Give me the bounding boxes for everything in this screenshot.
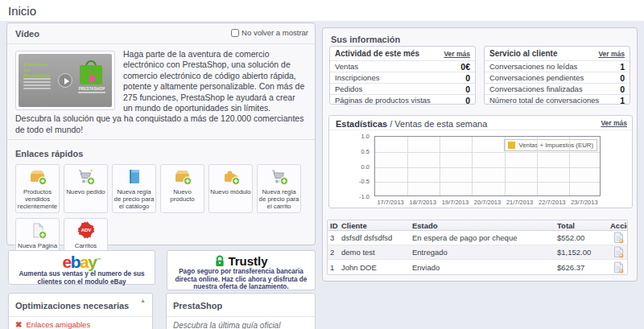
stat-row: Páginas de productos vistas0 <box>330 94 475 105</box>
cross-icon: ✖ <box>15 320 22 329</box>
order-action-cell <box>608 246 627 258</box>
lock-icon <box>214 255 225 267</box>
quick-link-2[interactable]: Nueva regla de precio para el catálogo <box>112 164 156 213</box>
legend-label: Ventas + Impuestos (EUR) <box>518 142 593 149</box>
quick-link-0[interactable]: Productos vendidos recientemente <box>15 164 60 213</box>
orders-table-body: 3dsfsdf dsfsdfsdEn espera de pago por ch… <box>328 231 627 274</box>
quick-link-label: Nuevo producto <box>161 188 204 203</box>
trustly-logo: Trustly <box>167 253 315 268</box>
order-customer: dsfsdf dsfsdfsd <box>339 233 410 242</box>
quick-link-3[interactable]: Nuevo producto <box>160 164 204 213</box>
video-thumb-brand: PRESTASHOP <box>78 87 105 91</box>
statistics-see-more-link[interactable]: Ver más <box>601 119 627 127</box>
optimization-label: Enlaces amigables <box>26 320 90 329</box>
customer-service-rows: Conversaciones no leídas1Conversaciones … <box>485 60 630 105</box>
video-thumb-caption-lines <box>23 78 51 91</box>
x-tick-label: 18/7/2013 <box>410 199 436 206</box>
page-title: Inicio <box>8 4 36 18</box>
orders-col-header: Cliente <box>339 221 410 230</box>
orders-col-header: Estado <box>410 221 555 230</box>
customer-service-see-more-link[interactable]: Ver más <box>598 50 625 58</box>
order-action-cell <box>608 232 627 244</box>
ebay-promo[interactable]: ebay™ Aumenta sus ventas y el numero de … <box>8 250 155 285</box>
order-id: 3 <box>328 233 339 242</box>
chart-x-axis-labels: 17/7/201318/7/201319/7/201320/7/201321/7… <box>374 199 601 207</box>
stat-value: 1 <box>620 96 625 105</box>
sales-chart-plot: Ventas + Impuestos (EUR) <box>374 136 601 196</box>
view-details-icon[interactable] <box>613 232 624 244</box>
quick-link-label: Nuevo módulo <box>209 188 252 195</box>
order-action-cell <box>608 261 627 273</box>
view-details-icon[interactable] <box>613 246 624 258</box>
puzzle-plus-icon <box>209 167 252 188</box>
stat-value: 0 <box>620 73 625 83</box>
order-total: $552.00 <box>555 233 608 242</box>
prestashop-docs-box: PrestaShop Descubra la última guía ofici… <box>166 293 316 329</box>
top-bar: Inicio <box>0 0 644 21</box>
activity-see-more-link[interactable]: Ver más <box>444 50 470 58</box>
video-header-label: Vídeo <box>15 29 39 39</box>
order-customer: demo test <box>339 248 410 257</box>
customer-service-box: Servicio al cliente Ver más Conversacion… <box>484 46 630 105</box>
quick-links-header: Enlaces rápidos <box>15 149 83 158</box>
quick-link-label: Productos vendidos recientemente <box>16 188 59 210</box>
y-tick-label: 0.5 <box>361 147 369 154</box>
quick-link-5[interactable]: Nueva regla de precio para el carrito <box>257 164 301 213</box>
book-icon <box>113 167 155 188</box>
order-row[interactable]: 1John DOEEnviado$626.37 <box>328 260 627 274</box>
stat-label: Conversaciones finalizadas <box>489 84 583 93</box>
gridline-vertical <box>472 137 473 195</box>
welcome-panel: Vídeo No volver a mostrar Bienvenue sur … <box>6 23 316 245</box>
cart-plus2-icon <box>258 167 300 188</box>
your-info-panel: Sus información Actividad de este més Ve… <box>322 27 638 282</box>
trustly-wordmark: Trustly <box>228 254 267 268</box>
chart-y-axis-labels: 1.00.50.0-0.5-1.0 <box>345 136 371 196</box>
x-tick-label: 20/7/2013 <box>474 199 501 206</box>
stat-row: Conversaciones no leídas1 <box>485 60 630 72</box>
quick-link-label: Nuevo pedido <box>64 188 107 195</box>
prestashop-docs-subtitle: Descubra la última guía oficial <box>167 317 315 329</box>
box-plus-icon <box>161 167 204 188</box>
stat-row: Pedidos0 <box>330 83 475 94</box>
gridline-vertical <box>407 137 408 195</box>
video-thumbnail[interactable]: Bienvenue sur PrestaShop PRESTASHOP <box>15 51 115 110</box>
gridline-vertical <box>505 137 506 195</box>
play-icon[interactable] <box>58 73 72 88</box>
order-total: $1,152.00 <box>555 248 608 257</box>
orders-col-header: Total <box>555 221 608 230</box>
stat-row: Conversaciones finalizadas0 <box>485 83 630 94</box>
order-status: Entregado <box>410 248 555 257</box>
stat-value: 0 <box>465 84 470 94</box>
legend-swatch <box>508 142 515 149</box>
x-tick-label: 21/7/2013 <box>506 199 533 206</box>
optimizations-header-row: Optimizaciones necesarias ▲ <box>9 294 152 317</box>
prestashop-dashboard: Inicio Vídeo No volver a mostrar Bienven… <box>0 0 644 329</box>
optimization-item[interactable]: ✖Enlaces amigables <box>9 317 152 329</box>
order-status: En espera de pago por cheque <box>410 233 555 242</box>
box-arrow-icon <box>16 167 59 188</box>
view-details-icon[interactable] <box>613 261 624 273</box>
dismiss-video-label: No volver a mostrar <box>242 28 308 37</box>
video-thumbnail-art: Bienvenue sur PrestaShop PRESTASHOP <box>19 54 112 107</box>
collapse-icon[interactable]: ▲ <box>140 298 146 303</box>
order-row[interactable]: 2demo testEntregado$1,152.00 <box>328 245 627 260</box>
order-row[interactable]: 3dsfsdf dsfsdfsdEn espera de pago por ch… <box>328 231 627 245</box>
stat-label: Número total de conversaciones <box>489 96 599 105</box>
stat-value: 0 <box>465 73 470 83</box>
dismiss-video-option[interactable]: No volver a mostrar <box>231 28 308 37</box>
adv-badge-icon: ADV <box>64 220 107 242</box>
activity-header: Actividad de este més <box>335 49 419 58</box>
quick-link-1[interactable]: Nuevo pedido <box>64 164 108 213</box>
dismiss-video-checkbox[interactable] <box>231 29 239 37</box>
quick-link-4[interactable]: Nuevo módulo <box>208 164 253 213</box>
orders-col-header: Acción <box>608 221 627 230</box>
svg-text:ADV: ADV <box>80 228 91 233</box>
x-tick-label: 17/7/2013 <box>377 199 403 206</box>
statistics-box: Estadísticas / Ventas de esta semana Ver… <box>328 115 633 208</box>
y-tick-label: -0.5 <box>359 178 369 185</box>
trustly-promo[interactable]: Trustly Pago seguro por transferencia ba… <box>167 250 316 290</box>
your-info-header: Sus información <box>331 35 400 44</box>
recent-orders-table: IDClienteEstadoTotalAcción 3dsfsdf dsfsd… <box>327 220 628 275</box>
activity-rows: Ventas0€Inscripciones0Pedidos0Páginas de… <box>330 60 475 105</box>
x-tick-label: 19/7/2013 <box>442 199 469 206</box>
